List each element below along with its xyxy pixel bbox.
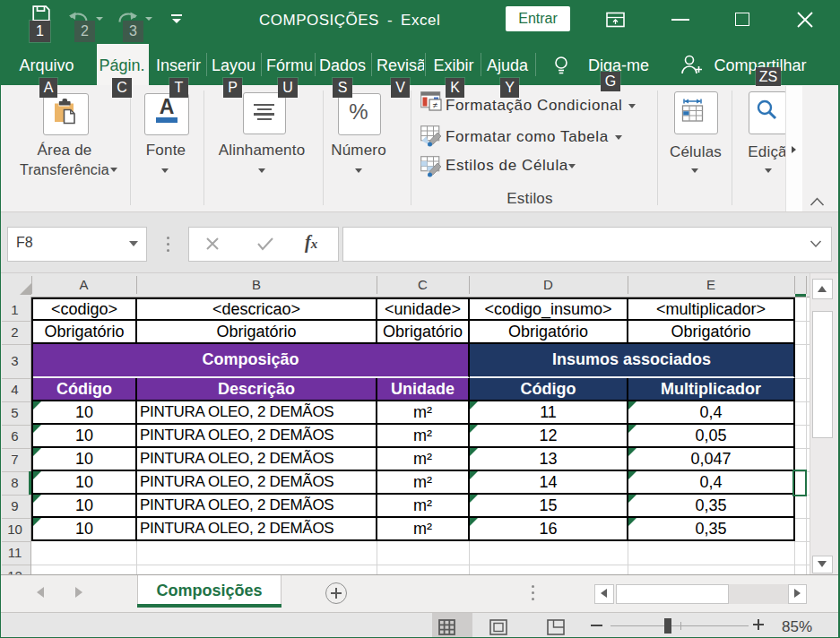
svg-text:≠: ≠: [433, 100, 438, 110]
